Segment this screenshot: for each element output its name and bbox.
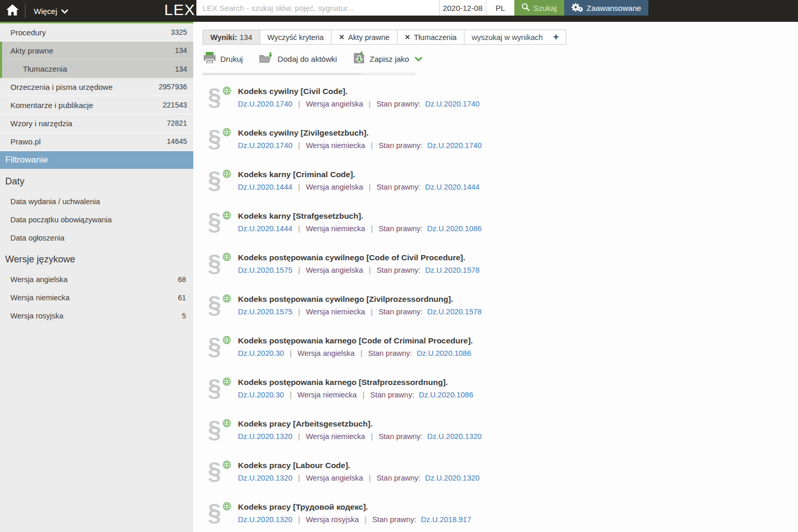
legal-status-ref-link[interactable]: Dz.U.2020.1086 [417, 349, 471, 357]
result-meta: Dz.U.2020.1320 | Wersja angielska | Stan… [238, 474, 480, 482]
filter-wersja-rosyjska[interactable]: Wersja rosyjska 5 [0, 307, 193, 325]
globe-icon [222, 377, 231, 388]
journal-ref-link[interactable]: Dz.U.2020.1575 [238, 266, 292, 274]
result-title-link[interactable]: Kodeks karny [Strafgesetzbuch]. [238, 211, 482, 221]
filter-data-ogloszenia[interactable]: Data ogłoszenia [0, 229, 193, 247]
save-icon [353, 51, 366, 66]
result-title-link[interactable]: Kodeks pracy [Arbeitsgesetzbuch]. [238, 419, 482, 429]
advanced-search-button[interactable]: Zaawansowane [564, 0, 648, 16]
result-title-link[interactable]: Kodeks pracy [Трудовой кодекс]. [238, 502, 471, 512]
legal-status-ref-link[interactable]: Dz.U.2020.1086 [427, 224, 482, 233]
legal-status-label: Stan prawny: [373, 515, 417, 524]
print-button[interactable]: Drukuj [203, 52, 243, 66]
journal-ref-link[interactable]: Dz.U.2020.1444 [238, 183, 292, 191]
journal-ref-link[interactable]: Dz.U.2020.1740 [238, 141, 292, 150]
result-icon-block: § [203, 210, 238, 238]
search-button[interactable]: Szukaj [514, 0, 564, 16]
result-title-link[interactable]: Kodeks cywilny [Zivilgesetzbuch]. [238, 128, 482, 138]
criteria-chip-tlumaczenia[interactable]: ✕ Tłumaczenia [397, 30, 464, 45]
filter-wersja-niemiecka[interactable]: Wersja niemiecka 61 [0, 288, 193, 307]
filter-item-label: Wersja angielska [10, 275, 68, 284]
legal-status-label: Stan prawny: [377, 183, 421, 191]
sidebar-item-akty-prawne[interactable]: Akty prawne 134 [2, 42, 193, 60]
home-button[interactable] [0, 0, 25, 22]
journal-ref-link[interactable]: Dz.U.2020.30 [238, 391, 284, 399]
filter-item-count: 5 [182, 312, 186, 320]
globe-icon [222, 169, 231, 180]
journal-ref-link[interactable]: Dz.U.2020.30 [238, 349, 284, 357]
result-body: Kodeks postępowania karnego [Code of Cri… [238, 335, 473, 363]
filter-wersja-angielska[interactable]: Wersja angielska 68 [0, 270, 193, 288]
journal-ref-link[interactable]: Dz.U.2020.1320 [238, 432, 292, 441]
legal-status-ref-link[interactable]: Dz.U.2020.1444 [425, 183, 480, 191]
journal-ref-link[interactable]: Dz.U.2020.1444 [238, 224, 292, 233]
result-title-link[interactable]: Kodeks cywilny [Civil Code]. [238, 87, 480, 96]
meta-separator: | [295, 266, 304, 274]
journal-ref-link[interactable]: Dz.U.2020.1740 [238, 100, 292, 108]
result-item: § Kodeks karny [Criminal Code]. Dz.U.202… [203, 169, 798, 197]
clear-criteria-button[interactable]: Wyczyść kryteria [260, 30, 332, 45]
add-to-briefcase-button[interactable]: Dodaj do aktówki [258, 52, 337, 66]
result-body: Kodeks pracy [Трудовой кодекс]. Dz.U.202… [238, 501, 471, 529]
meta-separator: | [365, 183, 375, 191]
sidebar-item-tlumaczenia[interactable]: Tłumaczenia 134 [2, 60, 193, 78]
result-icon-block: § [203, 460, 238, 488]
sidebar-item-orzeczenia[interactable]: Orzeczenia i pisma urzędowe 2957936 [0, 78, 193, 96]
save-as-button[interactable]: Zapisz jako [353, 51, 423, 66]
journal-ref-link[interactable]: Dz.U.2020.1320 [238, 474, 292, 482]
legal-status-ref-link[interactable]: Dz.U.2020.1578 [427, 308, 482, 316]
language-selector[interactable]: PL [486, 0, 514, 16]
result-item: § Kodeks pracy [Трудовой кодекс]. Dz.U.2… [203, 501, 798, 529]
result-title-link[interactable]: Kodeks pracy [Labour Code]. [238, 461, 480, 470]
paragraph-icon: § [208, 169, 221, 192]
result-item: § Kodeks cywilny [Zivilgesetzbuch]. Dz.U… [203, 127, 798, 155]
result-body: Kodeks cywilny [Civil Code]. Dz.U.2020.1… [238, 86, 480, 114]
criteria-chip-akty-prawne[interactable]: ✕ Akty prawne [331, 30, 397, 45]
sidebar-item-procedury[interactable]: Procedury 3325 [0, 23, 193, 42]
legal-status-ref-link[interactable]: Dz.U.2020.1578 [425, 266, 480, 274]
sidebar-item-wzory[interactable]: Wzory i narzędzia 72821 [0, 114, 193, 132]
search-input[interactable] [196, 0, 439, 16]
legal-status-ref-link[interactable]: Dz.U.2020.1740 [427, 141, 482, 150]
more-menu-button[interactable]: Więcej [25, 0, 76, 22]
language-version-text: Wersja niemiecka [306, 224, 365, 233]
legal-status-ref-link[interactable]: Dz.U.2020.1320 [425, 474, 480, 482]
result-title-link[interactable]: Kodeks postępowania cywilnego [Code of C… [238, 253, 480, 262]
result-meta: Dz.U.2020.30 | Wersja niemiecka | Stan p… [238, 391, 473, 399]
result-title-link[interactable]: Kodeks postępowania karnego [Code of Cri… [238, 336, 473, 345]
meta-separator: | [295, 432, 304, 441]
paragraph-icon: § [208, 377, 221, 400]
result-title-link[interactable]: Kodeks postępowania cywilnego [Zivilproz… [238, 295, 482, 304]
close-icon[interactable]: ✕ [405, 33, 410, 41]
chevron-down-icon [415, 57, 422, 62]
meta-separator: | [357, 349, 366, 357]
result-icon-block: § [203, 335, 238, 363]
gears-icon [571, 3, 583, 14]
legal-status-ref-link[interactable]: Dz.U.2020.1320 [427, 432, 482, 441]
filter-data-wydania[interactable]: Data wydania / uchwalenia [0, 192, 193, 210]
result-body: Kodeks postępowania cywilnego [Code of C… [238, 252, 480, 280]
close-icon[interactable]: ✕ [339, 33, 344, 41]
sidebar-item-count: 134 [175, 65, 187, 73]
sidebar-item-label: Komentarze i publikacje [10, 101, 93, 110]
search-in-results-field[interactable]: wyszukaj w wynikach + [464, 30, 567, 45]
result-title-link[interactable]: Kodeks karny [Criminal Code]. [238, 170, 480, 179]
sidebar-item-count: 72821 [167, 119, 187, 127]
dates-section-title: Daty [0, 169, 193, 192]
legal-status-ref-link[interactable]: Dz.U.2018.917 [421, 515, 471, 524]
filter-data-poczatku[interactable]: Data początku obowiązywania [0, 210, 193, 229]
sidebar-item-label: Orzeczenia i pisma urzędowe [10, 83, 113, 91]
search-icon [522, 3, 529, 12]
sidebar-item-komentarze[interactable]: Komentarze i publikacje 221543 [0, 96, 193, 114]
search-date-field[interactable]: 2020-12-08 [439, 0, 486, 16]
journal-ref-link[interactable]: Dz.U.2020.1575 [238, 308, 292, 316]
result-title-link[interactable]: Kodeks postępowania karnego [Strafprozes… [238, 378, 473, 387]
journal-ref-link[interactable]: Dz.U.2020.1320 [238, 515, 292, 524]
result-body: Kodeks pracy [Arbeitsgesetzbuch]. Dz.U.2… [238, 418, 482, 446]
sidebar-item-label: Prawo.pl [10, 137, 41, 146]
sidebar-item-prawo-pl[interactable]: Prawo.pl 14645 [0, 132, 193, 151]
legal-status-ref-link[interactable]: Dz.U.2020.1740 [425, 100, 480, 108]
filter-item-label: Wersja rosyjska [10, 312, 63, 320]
legal-status-ref-link[interactable]: Dz.U.2020.1086 [419, 391, 473, 399]
add-criteria-button[interactable]: + [553, 32, 559, 43]
